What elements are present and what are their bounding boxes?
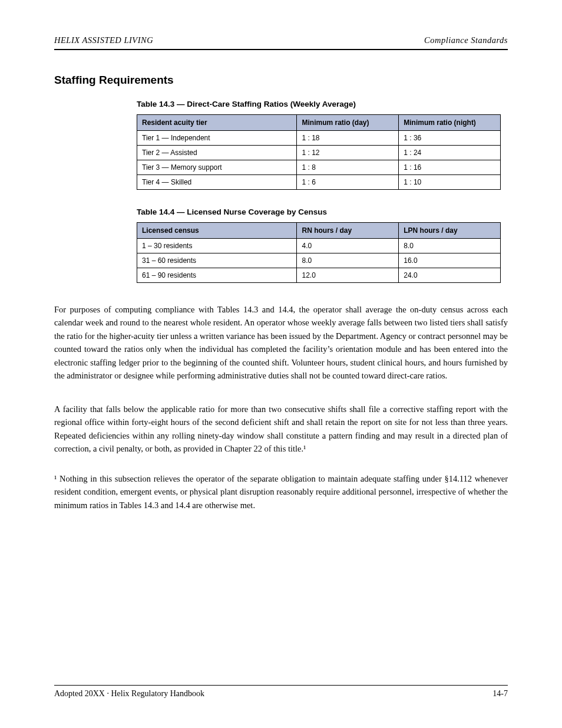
table-header-row: Resident acuity tier Minimum ratio (day)… bbox=[137, 115, 501, 131]
td: Tier 1 — Independent bbox=[137, 131, 297, 146]
td: 12.0 bbox=[297, 268, 399, 283]
th: Licensed census bbox=[137, 223, 297, 239]
th: Minimum ratio (night) bbox=[399, 115, 501, 131]
th: LPN hours / day bbox=[399, 223, 501, 239]
td: 1 : 24 bbox=[399, 146, 501, 160]
td: Tier 4 — Skilled bbox=[137, 175, 297, 190]
table-nurse-coverage: Licensed census RN hours / day LPN hours… bbox=[137, 222, 501, 283]
table-header-row: Licensed census RN hours / day LPN hours… bbox=[137, 223, 501, 239]
page-footer: Adopted 20XX · Helix Regulatory Handbook… bbox=[54, 685, 508, 699]
td: 1 : 16 bbox=[399, 160, 501, 175]
table2-caption: Table 14.4 — Licensed Nurse Coverage by … bbox=[137, 207, 501, 216]
body-paragraph-2: A facility that falls below the applicab… bbox=[54, 403, 508, 456]
td: 8.0 bbox=[399, 239, 501, 253]
table1-caption: Table 14.3 — Direct-Care Staffing Ratios… bbox=[137, 100, 501, 108]
table-row: Tier 2 — Assisted 1 : 12 1 : 24 bbox=[137, 146, 501, 160]
td: 1 : 10 bbox=[399, 175, 501, 190]
td: 1 : 36 bbox=[399, 131, 501, 146]
page-header: HELIX ASSISTED LIVING Compliance Standar… bbox=[54, 35, 508, 50]
th: Minimum ratio (day) bbox=[297, 115, 399, 131]
table-row: Tier 3 — Memory support 1 : 8 1 : 16 bbox=[137, 160, 501, 175]
table-row: Tier 4 — Skilled 1 : 6 1 : 10 bbox=[137, 175, 501, 190]
td: 4.0 bbox=[297, 239, 399, 253]
th: RN hours / day bbox=[297, 223, 399, 239]
header-right: Compliance Standards bbox=[424, 35, 508, 45]
table-row: 31 – 60 residents 8.0 16.0 bbox=[137, 253, 501, 268]
footnote-1: ¹ Nothing in this subsection relieves th… bbox=[54, 472, 508, 512]
table-staffing-ratios: Resident acuity tier Minimum ratio (day)… bbox=[137, 114, 501, 190]
table-row: Tier 1 — Independent 1 : 18 1 : 36 bbox=[137, 131, 501, 146]
td: 31 – 60 residents bbox=[137, 253, 297, 268]
table-row: 61 – 90 residents 12.0 24.0 bbox=[137, 268, 501, 283]
td: 16.0 bbox=[399, 253, 501, 268]
td: 1 : 6 bbox=[297, 175, 399, 190]
body-paragraph-1: For purposes of computing compliance wit… bbox=[54, 303, 508, 383]
header-left: HELIX ASSISTED LIVING bbox=[54, 35, 153, 45]
td: 1 : 18 bbox=[297, 131, 399, 146]
td: 1 : 8 bbox=[297, 160, 399, 175]
section-title: Staffing Requirements bbox=[54, 74, 508, 87]
td: Tier 3 — Memory support bbox=[137, 160, 297, 175]
footer-left: Adopted 20XX · Helix Regulatory Handbook bbox=[54, 689, 204, 699]
th: Resident acuity tier bbox=[137, 115, 297, 131]
td: Tier 2 — Assisted bbox=[137, 146, 297, 160]
td: 1 – 30 residents bbox=[137, 239, 297, 253]
table-row: 1 – 30 residents 4.0 8.0 bbox=[137, 239, 501, 253]
footer-page-number: 14-7 bbox=[492, 689, 508, 699]
td: 24.0 bbox=[399, 268, 501, 283]
td: 61 – 90 residents bbox=[137, 268, 297, 283]
td: 1 : 12 bbox=[297, 146, 399, 160]
td: 8.0 bbox=[297, 253, 399, 268]
